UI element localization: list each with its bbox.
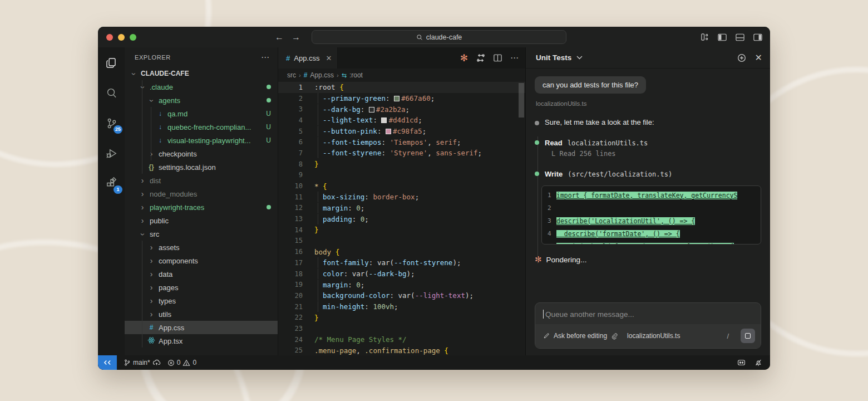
run-debug-view-icon[interactable]	[102, 144, 120, 162]
tree-folder-assets[interactable]: ›assets	[125, 241, 278, 254]
tree-folder-pages[interactable]: ›pages	[125, 281, 278, 294]
maximize-window-button[interactable]	[130, 34, 136, 41]
explorer-more-actions-icon[interactable]: ⋯	[261, 52, 270, 62]
attached-file-label[interactable]: localizationUtils.ts	[536, 100, 761, 107]
tree-file-settings-local-json[interactable]: {}settings.local.json	[125, 160, 278, 174]
line-number: 16	[278, 248, 303, 256]
tree-folder-playwright-traces[interactable]: ›playwright-traces	[125, 200, 278, 214]
color-swatch[interactable]	[381, 118, 387, 123]
tree-folder-claude-cafe[interactable]: ›CLAUDE-CAFE	[125, 67, 278, 80]
tree-folder-types[interactable]: ›types	[125, 294, 278, 307]
code-line-25[interactable]: 25.menu-page, .confirmation-page {	[278, 345, 525, 356]
tree-file-quebec-french-complian[interactable]: ↓quebec-french-complian...U	[125, 120, 278, 134]
write-tool-call[interactable]: Write(src/test/localization.ts)	[535, 169, 761, 179]
code-line-12[interactable]: 12 margin: 0;	[278, 203, 525, 214]
code-line-9[interactable]: 9	[278, 170, 525, 181]
code-line-3[interactable]: 3 --dark-bg: #2a2b2a;	[278, 104, 525, 115]
problems-status[interactable]: 0 0	[167, 359, 196, 366]
color-swatch[interactable]	[394, 96, 400, 101]
code-line-6[interactable]: 6 --font-tiempos: 'Tiempos', serif;	[278, 136, 525, 148]
tree-folder-dist[interactable]: ›dist	[125, 174, 278, 187]
explorer-view-icon[interactable]	[102, 54, 120, 72]
git-branch-status[interactable]: main*	[124, 359, 161, 366]
source-control-view-icon[interactable]: 25	[102, 114, 120, 132]
tree-folder-checkpoints[interactable]: ›checkpoints	[125, 147, 278, 160]
code-line-19[interactable]: 19 margin: 0;	[278, 279, 525, 290]
code-line-13[interactable]: 13 padding: 0;	[278, 213, 525, 224]
breadcrumb-file[interactable]: App.css	[310, 71, 334, 79]
code-line-18[interactable]: 18 color: var(--dark-bg);	[278, 268, 525, 280]
toggle-secondary-sidebar-icon[interactable]	[753, 33, 762, 41]
command-center-search[interactable]: claude-cafe	[312, 30, 566, 44]
search-view-icon[interactable]	[102, 84, 120, 102]
tree-folder-node-modules[interactable]: ›node_modules	[125, 187, 278, 200]
copilot-icon[interactable]	[737, 359, 746, 366]
tree-folder-components[interactable]: ›components	[125, 254, 278, 267]
code-line-4[interactable]: 4 --light-text: #d4d1cd;	[278, 115, 525, 126]
code-line-21[interactable]: 21 min-height: 100vh;	[278, 301, 525, 312]
chat-input-placeholder[interactable]: Queue another message...	[545, 310, 634, 319]
tree-folder-src[interactable]: ›src	[125, 227, 278, 241]
code-line-15[interactable]: 15	[278, 236, 525, 247]
back-button[interactable]: ←	[275, 32, 284, 42]
tree-folder-agents[interactable]: ›agents	[125, 94, 278, 107]
code-line-24[interactable]: 24/* Menu Page Styles */	[278, 334, 525, 345]
breadcrumb-symbol[interactable]: :root	[349, 71, 363, 79]
code-line-14[interactable]: 14}	[278, 224, 525, 236]
chat-input-box[interactable]: Queue another message... Ask before edit…	[535, 302, 761, 349]
code-line-23[interactable]: 23	[278, 323, 525, 334]
customize-layout-icon[interactable]	[701, 33, 709, 41]
tree-file-qa-md[interactable]: ↓qa.mdU	[125, 107, 278, 120]
code-line-8[interactable]: 8}	[278, 159, 525, 170]
line-number: 15	[278, 237, 303, 244]
code-line-7[interactable]: 7 --font-styrene: 'Styrene', sans-serif;	[278, 148, 525, 159]
tree-item-label: qa.md	[167, 110, 263, 118]
diff-code-block[interactable]: 1import { formatDate, translateKey, getC…	[541, 185, 761, 244]
color-swatch[interactable]	[386, 129, 391, 134]
split-editor-icon[interactable]	[494, 54, 502, 62]
claude-starburst-icon[interactable]: ✻	[460, 52, 468, 64]
tree-file-app-css[interactable]: #App.css	[125, 321, 278, 334]
code-line-2[interactable]: 2 --primary-green: #667a60;	[278, 93, 525, 104]
code-line-5[interactable]: 5 --button-pink: #c98fa5;	[278, 126, 525, 137]
tree-file-visual-testing-playwright[interactable]: ↓visual-testing-playwright...U	[125, 134, 278, 147]
color-swatch[interactable]	[369, 107, 374, 113]
extensions-badge: 1	[114, 185, 122, 194]
tree-file-app-tsx[interactable]: App.tsx	[125, 334, 278, 348]
context-file-label[interactable]: localizationUtils.ts	[627, 332, 680, 340]
code-line-20[interactable]: 20 background-color: var(--light-text);	[278, 290, 525, 301]
open-changes-icon[interactable]	[476, 53, 485, 62]
edit-mode-selector[interactable]: Ask before editing	[554, 332, 607, 340]
notifications-bell-slash-icon[interactable]	[754, 359, 762, 366]
tree-folder-data[interactable]: ›data	[125, 267, 278, 281]
new-chat-icon[interactable]	[737, 53, 746, 62]
remote-indicator[interactable]	[98, 355, 117, 370]
tree-folder-utils[interactable]: ›utils	[125, 307, 278, 321]
code-line-17[interactable]: 17 font-family: var(--font-styrene);	[278, 257, 525, 268]
code-editor[interactable]: 1:root {2 --primary-green: #667a60;3 --d…	[278, 82, 525, 355]
tab-close-icon[interactable]: ✕	[326, 54, 332, 62]
extensions-view-icon[interactable]: 1	[102, 174, 120, 192]
code-line-1[interactable]: 1:root {	[278, 82, 525, 93]
toggle-panel-icon[interactable]	[736, 33, 744, 41]
close-window-button[interactable]	[106, 34, 113, 41]
close-panel-icon[interactable]: ✕	[755, 52, 762, 63]
tree-folder-public[interactable]: ›public	[125, 214, 278, 227]
breadcrumb-src[interactable]: src	[287, 71, 296, 79]
forward-button[interactable]: →	[292, 32, 300, 42]
tab-app-css[interactable]: # App.css ✕	[278, 47, 338, 69]
read-tool-call[interactable]: ReadlocalizationUtils.ts	[535, 138, 761, 148]
editor-more-actions-icon[interactable]: ⋯	[510, 53, 519, 63]
breadcrumb[interactable]: src › # App.css › ⇆ :root	[278, 69, 525, 82]
code-line-16[interactable]: 16body {	[278, 246, 525, 257]
toggle-sidebar-icon[interactable]	[718, 33, 727, 41]
minimize-window-button[interactable]	[118, 34, 125, 41]
code-line-11[interactable]: 11 box-sizing: border-box;	[278, 192, 525, 203]
editor-scrollbar[interactable]	[519, 83, 524, 118]
slash-command-hint[interactable]: /	[727, 332, 729, 340]
stop-button[interactable]	[741, 329, 755, 343]
code-line-10[interactable]: 10* {	[278, 180, 525, 192]
chevron-down-icon[interactable]	[576, 56, 583, 60]
code-line-22[interactable]: 22}	[278, 312, 525, 323]
tree-folder-claude[interactable]: ›.claude	[125, 80, 278, 94]
